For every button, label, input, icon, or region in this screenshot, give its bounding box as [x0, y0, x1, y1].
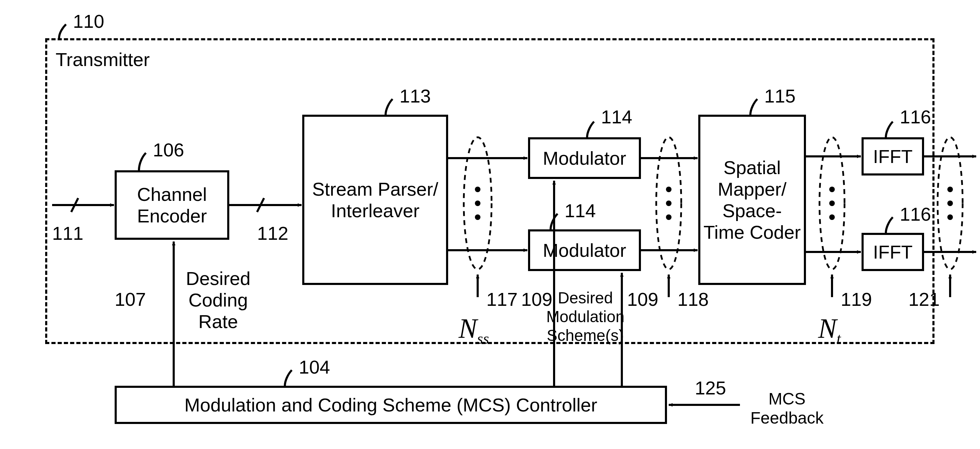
spatial-mapper-text: Spatial Mapper/ Space- Time Coder [700, 157, 804, 243]
ref-107: 107 [115, 288, 146, 310]
ref-121: 121 [908, 288, 940, 310]
transmitter-label: Transmitter [56, 49, 150, 70]
ref-106: 106 [153, 139, 184, 161]
svg-point-31 [938, 137, 963, 269]
channel-encoder-text: Channel Encoder [117, 183, 227, 226]
ifft-top-text: IFFT [873, 146, 913, 167]
modulator-bottom-box: Modulator [528, 229, 641, 271]
ifft-bottom-text: IFFT [873, 241, 913, 263]
ifft-bottom-box: IFFT [862, 233, 924, 271]
ref-110: 110 [73, 10, 104, 32]
desired-mod-scheme-label: Desired Modulation Scheme(s) [540, 288, 630, 345]
modulator-top-text: Modulator [542, 147, 626, 169]
ref-125: 125 [695, 377, 726, 399]
ref-115: 115 [764, 85, 795, 107]
Nss-label: Nss [458, 313, 489, 347]
diagram-canvas: Transmitter 110 Channel Encoder 106 Stre… [0, 0, 980, 449]
ref-109b: 109 [627, 288, 658, 310]
ref-118: 118 [678, 288, 709, 310]
ref-117: 117 [486, 288, 518, 310]
spatial-mapper-box: Spatial Mapper/ Space- Time Coder [698, 115, 806, 285]
ifft-top-box: IFFT [862, 137, 924, 175]
ref-116b: 116 [900, 203, 931, 225]
ref-116a: 116 [900, 106, 931, 127]
svg-point-27 [947, 186, 953, 192]
ref-119: 119 [841, 288, 872, 310]
ref-111: 111 [52, 223, 83, 244]
Nt-label: Nt [818, 313, 841, 347]
stream-parser-text: Stream Parser/ Interleaver [304, 178, 446, 221]
svg-point-28 [947, 201, 953, 206]
ref-114b: 114 [565, 200, 596, 221]
ref-104: 104 [299, 356, 330, 378]
stream-parser-box: Stream Parser/ Interleaver [302, 115, 448, 285]
modulator-top-box: Modulator [528, 137, 641, 179]
ref-113: 113 [399, 85, 431, 107]
mcs-feedback-label: MCS Feedback [750, 389, 824, 427]
mcs-controller-box: Modulation and Coding Scheme (MCS) Contr… [115, 386, 667, 424]
mcs-controller-text: Modulation and Coding Scheme (MCS) Contr… [185, 394, 598, 416]
channel-encoder-box: Channel Encoder [115, 170, 229, 240]
ref-114a: 114 [601, 106, 632, 127]
svg-point-29 [947, 215, 953, 220]
desired-coding-rate-label: Desired Coding Rate [186, 267, 250, 332]
ref-112: 112 [257, 223, 288, 244]
modulator-bottom-text: Modulator [542, 239, 626, 261]
